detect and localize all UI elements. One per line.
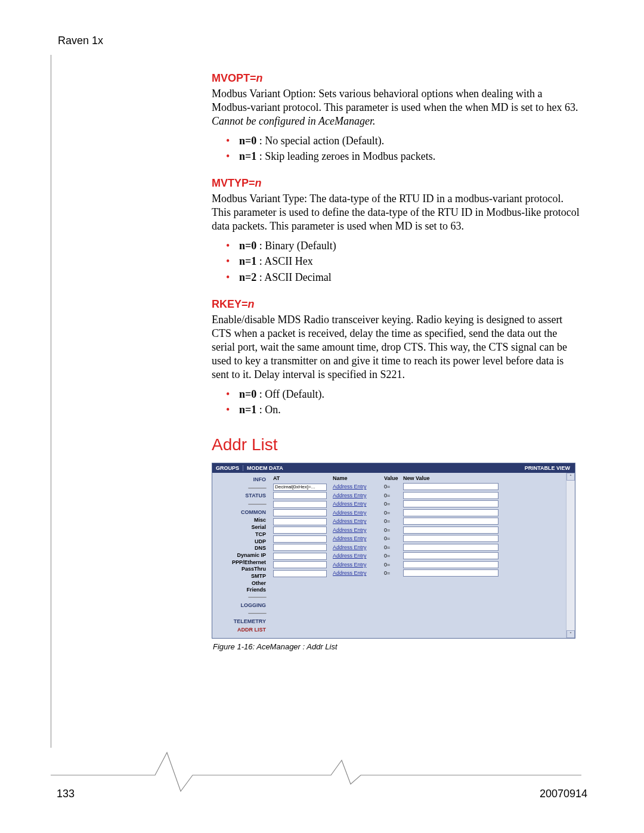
- sidebar-item-common[interactable]: COMMON: [215, 509, 266, 516]
- new-value-input[interactable]: [403, 492, 499, 499]
- sidebar-item-udp[interactable]: UDP: [215, 538, 266, 546]
- table-row: Address Entry0=: [273, 500, 572, 509]
- figure-caption: Figure 1-16: AceManager : Addr List: [213, 642, 581, 651]
- table-row: Address Entry0=: [273, 561, 572, 569]
- col-new-value: New Value: [403, 475, 572, 482]
- mvtyp-heading-param: n: [255, 177, 262, 189]
- value-cell: 0=: [384, 500, 403, 509]
- new-value-input[interactable]: [403, 509, 499, 516]
- at-input[interactable]: [273, 527, 327, 534]
- table-row: Address Entry0=: [273, 517, 572, 526]
- mvtyp-heading-pre: MVTYP=: [212, 177, 255, 189]
- scroll-down-icon[interactable]: ˅: [566, 630, 575, 638]
- new-value-input[interactable]: [403, 552, 499, 559]
- mvopt-heading-param: n: [256, 72, 263, 84]
- addr-list-heading: Addr List: [212, 435, 581, 454]
- mvopt-desc-b: Cannot be configured in AceManager.: [212, 115, 375, 127]
- table-row: Address Entry0=: [273, 534, 572, 543]
- sidebar-item-serial[interactable]: Serial: [215, 524, 266, 531]
- value-cell: 0=: [384, 482, 403, 491]
- address-entry-link[interactable]: Address Entry: [333, 501, 367, 507]
- scrollbar[interactable]: ˄ ˅: [566, 473, 575, 638]
- page-number: 133: [57, 788, 75, 800]
- table-row: Address Entry0=: [273, 491, 572, 500]
- mvopt-heading-pre: MVOPT=: [212, 72, 256, 84]
- acemanager-window: GROUPS MODEM DATA PRINTABLE VIEW INFO --…: [212, 463, 575, 639]
- sidebar-item-telemetry[interactable]: TELEMETRY: [215, 618, 266, 625]
- sidebar-rule: ---------------: [215, 501, 266, 508]
- at-input[interactable]: [273, 501, 327, 508]
- address-entry-link[interactable]: Address Entry: [333, 535, 367, 541]
- sidebar-item-other[interactable]: Other: [215, 580, 266, 587]
- col-name: Name: [333, 475, 384, 482]
- sidebar-item-tcp[interactable]: TCP: [215, 531, 266, 538]
- page: Raven 1x MVOPT=n Modbus Variant Option: …: [0, 0, 644, 833]
- sidebar-item-addr-list[interactable]: ADDR LIST: [215, 627, 266, 634]
- sidebar-item-logging[interactable]: LOGGING: [215, 602, 266, 609]
- sidebar-item-friends[interactable]: Friends: [215, 587, 266, 594]
- address-entry-link[interactable]: Address Entry: [333, 484, 367, 490]
- new-value-input[interactable]: [403, 569, 499, 577]
- rkey-heading-param: n: [248, 298, 255, 310]
- list-item: n=2 : ASCII Decimal: [226, 270, 581, 285]
- address-entry-link[interactable]: Address Entry: [333, 493, 367, 498]
- value-cell: 0=: [384, 561, 403, 569]
- value-cell: 0=: [384, 491, 403, 500]
- sidebar-item-misc[interactable]: Misc: [215, 517, 266, 524]
- sidebar-item-passthru[interactable]: PassThru: [215, 566, 266, 573]
- at-input[interactable]: [273, 492, 327, 499]
- at-input[interactable]: [273, 544, 327, 551]
- at-input[interactable]: [273, 484, 327, 491]
- address-entry-link[interactable]: Address Entry: [333, 518, 367, 524]
- printable-view-link[interactable]: PRINTABLE VIEW: [520, 465, 575, 471]
- new-value-input[interactable]: [403, 500, 499, 507]
- table-row: Address Entry0=: [273, 569, 572, 578]
- sidebar-item-smtp[interactable]: SMTP: [215, 573, 266, 580]
- address-entry-link[interactable]: Address Entry: [333, 562, 367, 568]
- content-column: MVOPT=n Modbus Variant Option: Sets vari…: [212, 72, 581, 651]
- left-margin-rule: [51, 55, 51, 748]
- new-value-input[interactable]: [403, 518, 499, 525]
- new-value-input[interactable]: [403, 544, 499, 551]
- value-cell: 0=: [384, 569, 403, 578]
- new-value-input[interactable]: [403, 535, 499, 542]
- value-cell: 0=: [384, 552, 403, 561]
- table-row: Address Entry0=: [273, 552, 572, 561]
- titlebar-groups-label: GROUPS: [212, 465, 243, 471]
- list-item: n=1 : On.: [226, 402, 581, 417]
- mvopt-description: Modbus Variant Option: Sets various beha…: [212, 87, 581, 128]
- address-entry-link[interactable]: Address Entry: [333, 510, 367, 516]
- new-value-input[interactable]: [403, 561, 499, 568]
- address-entry-link[interactable]: Address Entry: [333, 544, 367, 550]
- at-input[interactable]: [273, 570, 327, 577]
- sidebar-item-dns[interactable]: DNS: [215, 545, 266, 552]
- list-item: n=0 : Off (Default).: [226, 386, 581, 402]
- address-entry-link[interactable]: Address Entry: [333, 570, 367, 576]
- sidebar-item-info[interactable]: INFO: [215, 476, 266, 484]
- value-cell: 0=: [384, 534, 403, 543]
- at-input[interactable]: [273, 561, 327, 568]
- address-entry-link[interactable]: Address Entry: [333, 553, 367, 559]
- rkey-heading-pre: RKEY=: [212, 298, 248, 310]
- value-cell: 0=: [384, 509, 403, 518]
- at-input[interactable]: [273, 509, 327, 516]
- col-at: AT: [273, 475, 333, 482]
- rkey-description: Enable/disable MDS Radio transceiver key…: [212, 313, 581, 382]
- mvtyp-options: n=0 : Binary (Default) n=1 : ASCII Hex n…: [212, 238, 581, 284]
- address-entry-link[interactable]: Address Entry: [333, 527, 367, 533]
- sidebar-item-dynamic-ip[interactable]: Dynamic IP: [215, 552, 266, 559]
- sidebar-item-status[interactable]: STATUS: [215, 493, 266, 500]
- mvopt-options: n=0 : No special action (Default). n=1 :…: [212, 133, 581, 164]
- new-value-input[interactable]: [403, 527, 499, 534]
- value-cell: 0=: [384, 517, 403, 526]
- at-input[interactable]: [273, 553, 327, 560]
- value-cell: 0=: [384, 526, 403, 535]
- addr-list-table: AT Name Value New Value Address Entry0=A…: [273, 475, 572, 578]
- figure-acemanager: GROUPS MODEM DATA PRINTABLE VIEW INFO --…: [212, 463, 581, 651]
- at-input[interactable]: [273, 535, 327, 543]
- footer-waveform-icon: [51, 750, 581, 797]
- at-input[interactable]: [273, 518, 327, 525]
- sidebar-item-ppp-ethernet[interactable]: PPP/Ethernet: [215, 559, 266, 566]
- scroll-up-icon[interactable]: ˄: [566, 473, 575, 481]
- new-value-input[interactable]: [403, 483, 499, 490]
